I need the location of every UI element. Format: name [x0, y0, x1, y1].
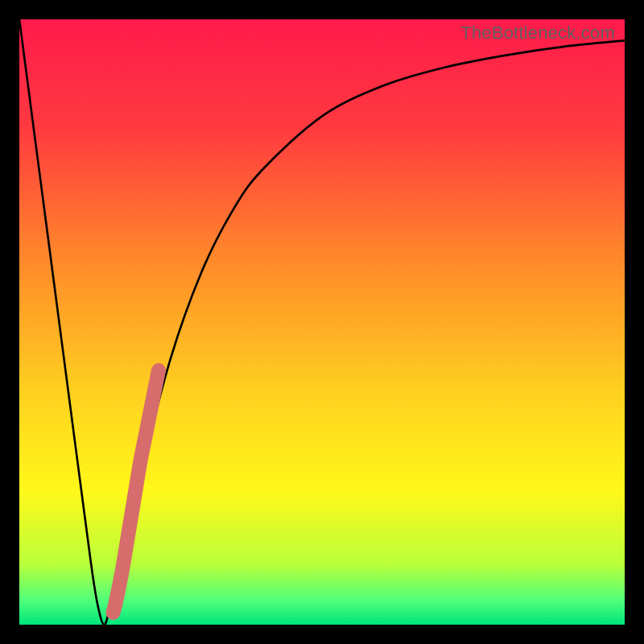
- plot-area: TheBottleneck.com: [19, 19, 625, 625]
- bottleneck-curve: [19, 19, 625, 625]
- highlight-segment: [114, 370, 159, 613]
- chart-frame: TheBottleneck.com: [0, 0, 644, 644]
- curve-layer: [19, 19, 625, 625]
- attribution-label: TheBottleneck.com: [460, 23, 615, 43]
